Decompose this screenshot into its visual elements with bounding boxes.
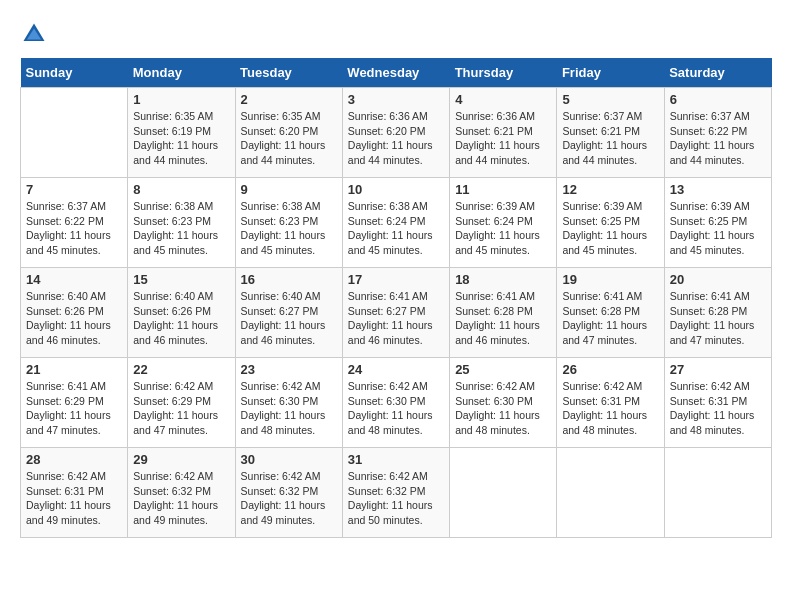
calendar-cell: 8Sunrise: 6:38 AM Sunset: 6:23 PM Daylig… (128, 178, 235, 268)
day-number: 26 (562, 362, 658, 377)
calendar-cell: 14Sunrise: 6:40 AM Sunset: 6:26 PM Dayli… (21, 268, 128, 358)
day-info: Sunrise: 6:41 AM Sunset: 6:29 PM Dayligh… (26, 379, 122, 438)
calendar-week-row: 1Sunrise: 6:35 AM Sunset: 6:19 PM Daylig… (21, 88, 772, 178)
calendar-cell: 6Sunrise: 6:37 AM Sunset: 6:22 PM Daylig… (664, 88, 771, 178)
day-number: 11 (455, 182, 551, 197)
day-info: Sunrise: 6:35 AM Sunset: 6:19 PM Dayligh… (133, 109, 229, 168)
calendar-cell (450, 448, 557, 538)
day-number: 13 (670, 182, 766, 197)
day-info: Sunrise: 6:37 AM Sunset: 6:22 PM Dayligh… (26, 199, 122, 258)
day-number: 14 (26, 272, 122, 287)
day-info: Sunrise: 6:41 AM Sunset: 6:27 PM Dayligh… (348, 289, 444, 348)
day-number: 21 (26, 362, 122, 377)
calendar-cell: 9Sunrise: 6:38 AM Sunset: 6:23 PM Daylig… (235, 178, 342, 268)
day-number: 23 (241, 362, 337, 377)
day-info: Sunrise: 6:37 AM Sunset: 6:21 PM Dayligh… (562, 109, 658, 168)
header-monday: Monday (128, 58, 235, 88)
day-info: Sunrise: 6:36 AM Sunset: 6:20 PM Dayligh… (348, 109, 444, 168)
day-info: Sunrise: 6:42 AM Sunset: 6:29 PM Dayligh… (133, 379, 229, 438)
calendar-cell: 29Sunrise: 6:42 AM Sunset: 6:32 PM Dayli… (128, 448, 235, 538)
day-info: Sunrise: 6:36 AM Sunset: 6:21 PM Dayligh… (455, 109, 551, 168)
calendar-cell: 7Sunrise: 6:37 AM Sunset: 6:22 PM Daylig… (21, 178, 128, 268)
day-info: Sunrise: 6:39 AM Sunset: 6:25 PM Dayligh… (670, 199, 766, 258)
header-friday: Friday (557, 58, 664, 88)
day-info: Sunrise: 6:41 AM Sunset: 6:28 PM Dayligh… (455, 289, 551, 348)
day-info: Sunrise: 6:42 AM Sunset: 6:30 PM Dayligh… (241, 379, 337, 438)
logo-icon (20, 20, 48, 48)
calendar-cell: 27Sunrise: 6:42 AM Sunset: 6:31 PM Dayli… (664, 358, 771, 448)
day-info: Sunrise: 6:42 AM Sunset: 6:31 PM Dayligh… (26, 469, 122, 528)
day-info: Sunrise: 6:42 AM Sunset: 6:31 PM Dayligh… (562, 379, 658, 438)
day-number: 7 (26, 182, 122, 197)
calendar-week-row: 7Sunrise: 6:37 AM Sunset: 6:22 PM Daylig… (21, 178, 772, 268)
calendar-cell: 2Sunrise: 6:35 AM Sunset: 6:20 PM Daylig… (235, 88, 342, 178)
calendar-cell: 21Sunrise: 6:41 AM Sunset: 6:29 PM Dayli… (21, 358, 128, 448)
calendar-header-row: SundayMondayTuesdayWednesdayThursdayFrid… (21, 58, 772, 88)
day-info: Sunrise: 6:41 AM Sunset: 6:28 PM Dayligh… (670, 289, 766, 348)
day-info: Sunrise: 6:39 AM Sunset: 6:25 PM Dayligh… (562, 199, 658, 258)
day-number: 17 (348, 272, 444, 287)
day-number: 4 (455, 92, 551, 107)
day-number: 3 (348, 92, 444, 107)
day-info: Sunrise: 6:40 AM Sunset: 6:26 PM Dayligh… (26, 289, 122, 348)
day-number: 8 (133, 182, 229, 197)
page-header (20, 20, 772, 48)
day-number: 30 (241, 452, 337, 467)
day-number: 19 (562, 272, 658, 287)
day-number: 18 (455, 272, 551, 287)
day-number: 29 (133, 452, 229, 467)
day-number: 20 (670, 272, 766, 287)
day-info: Sunrise: 6:42 AM Sunset: 6:30 PM Dayligh… (348, 379, 444, 438)
calendar-cell: 22Sunrise: 6:42 AM Sunset: 6:29 PM Dayli… (128, 358, 235, 448)
calendar-cell: 5Sunrise: 6:37 AM Sunset: 6:21 PM Daylig… (557, 88, 664, 178)
day-info: Sunrise: 6:41 AM Sunset: 6:28 PM Dayligh… (562, 289, 658, 348)
day-number: 12 (562, 182, 658, 197)
header-saturday: Saturday (664, 58, 771, 88)
day-info: Sunrise: 6:38 AM Sunset: 6:23 PM Dayligh… (241, 199, 337, 258)
calendar-cell: 3Sunrise: 6:36 AM Sunset: 6:20 PM Daylig… (342, 88, 449, 178)
calendar-cell: 15Sunrise: 6:40 AM Sunset: 6:26 PM Dayli… (128, 268, 235, 358)
calendar-cell: 30Sunrise: 6:42 AM Sunset: 6:32 PM Dayli… (235, 448, 342, 538)
day-number: 10 (348, 182, 444, 197)
calendar-cell (557, 448, 664, 538)
day-number: 22 (133, 362, 229, 377)
day-info: Sunrise: 6:38 AM Sunset: 6:23 PM Dayligh… (133, 199, 229, 258)
calendar-cell: 10Sunrise: 6:38 AM Sunset: 6:24 PM Dayli… (342, 178, 449, 268)
calendar-cell: 19Sunrise: 6:41 AM Sunset: 6:28 PM Dayli… (557, 268, 664, 358)
calendar-cell: 13Sunrise: 6:39 AM Sunset: 6:25 PM Dayli… (664, 178, 771, 268)
day-number: 9 (241, 182, 337, 197)
calendar-cell: 18Sunrise: 6:41 AM Sunset: 6:28 PM Dayli… (450, 268, 557, 358)
calendar-cell: 4Sunrise: 6:36 AM Sunset: 6:21 PM Daylig… (450, 88, 557, 178)
header-thursday: Thursday (450, 58, 557, 88)
day-info: Sunrise: 6:42 AM Sunset: 6:32 PM Dayligh… (133, 469, 229, 528)
calendar-cell: 31Sunrise: 6:42 AM Sunset: 6:32 PM Dayli… (342, 448, 449, 538)
calendar-cell: 20Sunrise: 6:41 AM Sunset: 6:28 PM Dayli… (664, 268, 771, 358)
day-number: 27 (670, 362, 766, 377)
calendar-cell (664, 448, 771, 538)
calendar-cell: 17Sunrise: 6:41 AM Sunset: 6:27 PM Dayli… (342, 268, 449, 358)
calendar-week-row: 21Sunrise: 6:41 AM Sunset: 6:29 PM Dayli… (21, 358, 772, 448)
day-info: Sunrise: 6:35 AM Sunset: 6:20 PM Dayligh… (241, 109, 337, 168)
header-sunday: Sunday (21, 58, 128, 88)
calendar-cell: 25Sunrise: 6:42 AM Sunset: 6:30 PM Dayli… (450, 358, 557, 448)
calendar-cell: 12Sunrise: 6:39 AM Sunset: 6:25 PM Dayli… (557, 178, 664, 268)
day-info: Sunrise: 6:42 AM Sunset: 6:32 PM Dayligh… (241, 469, 337, 528)
day-info: Sunrise: 6:37 AM Sunset: 6:22 PM Dayligh… (670, 109, 766, 168)
day-info: Sunrise: 6:38 AM Sunset: 6:24 PM Dayligh… (348, 199, 444, 258)
calendar-cell: 28Sunrise: 6:42 AM Sunset: 6:31 PM Dayli… (21, 448, 128, 538)
calendar-cell: 26Sunrise: 6:42 AM Sunset: 6:31 PM Dayli… (557, 358, 664, 448)
logo (20, 20, 54, 48)
calendar-week-row: 14Sunrise: 6:40 AM Sunset: 6:26 PM Dayli… (21, 268, 772, 358)
day-number: 1 (133, 92, 229, 107)
day-info: Sunrise: 6:42 AM Sunset: 6:31 PM Dayligh… (670, 379, 766, 438)
day-number: 6 (670, 92, 766, 107)
day-info: Sunrise: 6:39 AM Sunset: 6:24 PM Dayligh… (455, 199, 551, 258)
day-number: 15 (133, 272, 229, 287)
header-wednesday: Wednesday (342, 58, 449, 88)
day-info: Sunrise: 6:42 AM Sunset: 6:30 PM Dayligh… (455, 379, 551, 438)
calendar-cell: 24Sunrise: 6:42 AM Sunset: 6:30 PM Dayli… (342, 358, 449, 448)
calendar-cell: 1Sunrise: 6:35 AM Sunset: 6:19 PM Daylig… (128, 88, 235, 178)
day-number: 24 (348, 362, 444, 377)
calendar-cell: 23Sunrise: 6:42 AM Sunset: 6:30 PM Dayli… (235, 358, 342, 448)
calendar-week-row: 28Sunrise: 6:42 AM Sunset: 6:31 PM Dayli… (21, 448, 772, 538)
